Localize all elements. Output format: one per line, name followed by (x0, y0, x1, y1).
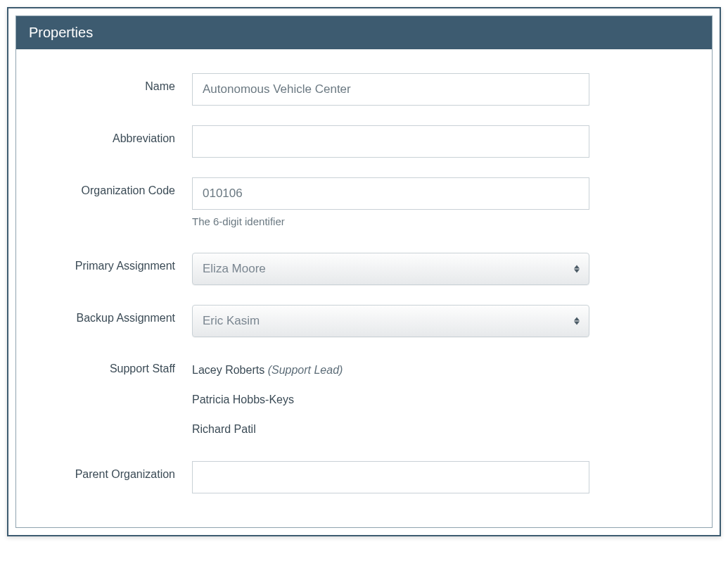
orgcode-input[interactable] (192, 177, 589, 210)
list-item: Richard Patil (192, 423, 589, 436)
outer-frame: Properties Name Abbreviation Organizatio… (7, 7, 721, 536)
row-parent: Parent Organization (37, 461, 670, 493)
row-support: Support Staff Lacey Roberts (Support Lea… (37, 363, 670, 436)
label-orgcode: Organization Code (37, 177, 192, 197)
label-backup: Backup Assignment (37, 305, 192, 325)
primary-select-wrap: Eliza Moore (192, 253, 589, 285)
primary-select[interactable]: Eliza Moore (192, 253, 589, 285)
label-name: Name (37, 73, 192, 93)
name-input[interactable] (192, 73, 589, 106)
orgcode-help: The 6-digit identifier (192, 215, 589, 227)
staff-name: Richard Patil (192, 423, 256, 435)
row-primary: Primary Assignment Eliza Moore (37, 253, 670, 285)
label-parent: Parent Organization (37, 461, 192, 481)
row-abbreviation: Abbreviation (37, 125, 670, 158)
list-item: Lacey Roberts (Support Lead) (192, 364, 589, 377)
label-support: Support Staff (37, 363, 192, 375)
staff-name: Lacey Roberts (192, 364, 264, 376)
backup-select-wrap: Eric Kasim (192, 305, 589, 337)
panel-body: Name Abbreviation Organization Code The … (16, 49, 712, 527)
abbreviation-input[interactable] (192, 125, 589, 158)
panel-title: Properties (16, 16, 712, 49)
support-staff-list: Lacey Roberts (Support Lead) Patricia Ho… (192, 363, 589, 436)
backup-select[interactable]: Eric Kasim (192, 305, 589, 337)
row-backup: Backup Assignment Eric Kasim (37, 305, 670, 337)
primary-select-value: Eliza Moore (203, 262, 266, 276)
backup-select-value: Eric Kasim (203, 314, 260, 328)
list-item: Patricia Hobbs-Keys (192, 393, 589, 406)
staff-name: Patricia Hobbs-Keys (192, 393, 294, 405)
label-abbreviation: Abbreviation (37, 125, 192, 145)
label-primary: Primary Assignment (37, 253, 192, 272)
row-name: Name (37, 73, 670, 106)
parent-input[interactable] (192, 461, 589, 493)
row-orgcode: Organization Code The 6-digit identifier (37, 177, 670, 227)
staff-role: (Support Lead) (268, 364, 343, 376)
properties-panel: Properties Name Abbreviation Organizatio… (15, 15, 713, 528)
